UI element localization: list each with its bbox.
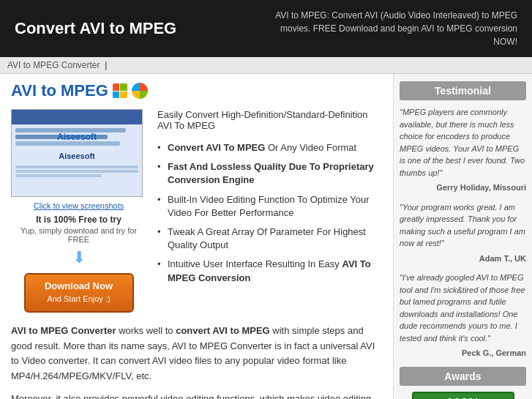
description-para-1: AVI to MPEG Converter works well to conv… [11, 324, 382, 384]
download-button[interactable]: Download Now And Start Enjoy :) [24, 273, 134, 313]
feature-bold-2: Fast And Lossless Quality Due To Proprie… [168, 161, 374, 185]
description: AVI to MPEG Converter works well to conv… [11, 324, 382, 399]
features-list: Convert AVI To MPEG Or Any Video Format … [157, 138, 382, 288]
testimonial-quote-1: "MPEG players are commonly available, bu… [400, 106, 526, 179]
product-area: Aiseesoft Click to view screenshots It i… [11, 109, 382, 313]
list-item: Fast And Lossless Quality Due To Proprie… [157, 157, 382, 190]
description-para-2: Moreover, it also provides powerful vide… [11, 392, 382, 399]
navbar: AVI to MPEG Converter | [0, 57, 532, 74]
awards-title: Awards [400, 367, 526, 386]
testimonial-author-1: Gerry Holiday, Missouri [400, 182, 526, 194]
screenshot-link[interactable]: Click to view screenshots [11, 201, 146, 210]
sim-bar-2 [15, 135, 108, 139]
awards-box: 100% CLEAN • NO SPYWARE • NO ADWARE • NO… [400, 392, 526, 400]
screenshot-content-sim: Aiseesoft [15, 128, 138, 177]
desc-convert-bold: convert AVI to MPEG [176, 325, 270, 336]
download-btn-line2: And Start Enjoy :) [47, 294, 110, 303]
free-text: It is 100% Free to try [11, 215, 146, 225]
page-heading: AVI to MPEG [11, 81, 382, 100]
download-arrow-icon: ⬇ [11, 248, 146, 267]
download-area: ⬇ Download Now And Start Enjoy :) [11, 248, 146, 313]
content-area: AVI to MPEG [0, 74, 393, 399]
sidebar: Testimonial "MPEG players are commonly a… [393, 74, 532, 399]
list-item: Convert AVI To MPEG Or Any Video Format [157, 138, 382, 157]
features-column: Easily Convert High-Definition/Standard-… [157, 109, 382, 313]
testimonial-quote-3: "I've already googled AVI to MPEG tool a… [400, 272, 526, 344]
header-title: Convert AVI to MPEG [15, 19, 176, 38]
screenshot-box: Aiseesoft Click to view screenshots It i… [11, 109, 146, 313]
windows-xp-icon [113, 83, 127, 98]
sim-bar-3 [15, 141, 120, 146]
sim-bar-6 [15, 174, 102, 177]
sim-bar-1 [15, 128, 126, 133]
feature-bold-1: Convert AVI To MPEG [168, 142, 265, 153]
header-tagline: AVI to MPEG: Convert AVI (Audio Video In… [261, 9, 517, 48]
download-btn-line1: Download Now [45, 280, 113, 291]
testimonial-quote-2: "Your program works great. I am greatly … [400, 201, 526, 250]
yup-text: Yup, simply download and try for FREE [11, 226, 146, 244]
header: Convert AVI to MPEG AVI to MPEG: Convert… [0, 0, 532, 57]
testimonial-box: "MPEG players are commonly available, bu… [400, 106, 526, 359]
desc-avi-converter: AVI to MPEG Converter [11, 325, 116, 336]
breadcrumb-link[interactable]: AVI to MPEG Converter [7, 60, 100, 70]
windows7-icon [132, 83, 148, 99]
testimonial-author-2: Adam T., UK [400, 253, 526, 265]
convert-tagline: Easily Convert High-Definition/Standard-… [157, 109, 382, 131]
testimonial-author-3: Peck G., German [400, 347, 526, 359]
main-wrapper: AVI to MPEG [0, 74, 532, 399]
screenshot-image: Aiseesoft [11, 109, 143, 197]
award-badge: 100% CLEAN • NO SPYWARE • NO ADWARE • NO… [412, 392, 514, 400]
list-item: Intuitive User Interface Resulting In Ea… [157, 255, 382, 287]
sim-bar-5 [15, 170, 138, 173]
screenshot-inner: Aiseesoft [12, 110, 142, 196]
sim-logo: Aiseesoft [15, 152, 138, 160]
award-percent: 100% [446, 397, 479, 400]
testimonial-title: Testimonial [400, 81, 526, 100]
sim-bar-4 [15, 165, 138, 168]
feature-bold-5: AVI To MPEG Conversion [168, 258, 371, 283]
heading-text: AVI to MPEG [11, 81, 108, 100]
list-item: Built-In Video Editing Function To Optim… [157, 190, 382, 223]
sim-content [15, 165, 138, 177]
list-item: Tweak A Great Array Of Parameter For Hig… [157, 223, 382, 255]
